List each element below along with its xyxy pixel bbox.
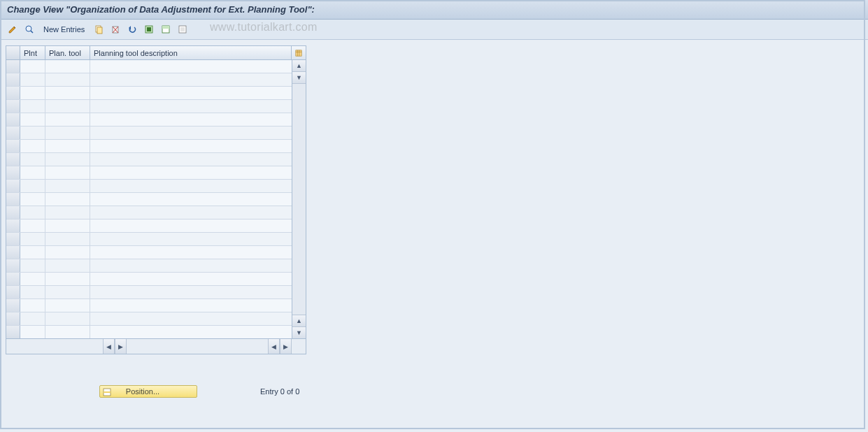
undo-icon[interactable] xyxy=(125,22,139,36)
cell-plnt[interactable] xyxy=(20,233,45,245)
row-selector[interactable] xyxy=(6,100,20,113)
toggle-change-icon[interactable] xyxy=(6,22,20,36)
scroll-down-step-icon[interactable]: ▲ xyxy=(292,315,306,326)
select-block-icon[interactable] xyxy=(159,22,173,36)
cell-description[interactable] xyxy=(90,140,292,152)
row-selector[interactable] xyxy=(6,246,20,259)
cell-plan-tool[interactable] xyxy=(45,299,90,312)
row-selector[interactable] xyxy=(6,326,20,338)
table-row[interactable] xyxy=(6,233,292,246)
details-icon[interactable] xyxy=(22,22,36,36)
cell-plnt[interactable] xyxy=(20,193,45,206)
cell-plan-tool[interactable] xyxy=(45,60,90,73)
cell-plan-tool[interactable] xyxy=(45,206,90,219)
cell-plan-tool[interactable] xyxy=(45,180,90,192)
scroll-left-step-icon[interactable]: ▶ xyxy=(115,339,127,354)
cell-description[interactable] xyxy=(90,113,292,126)
cell-description[interactable] xyxy=(90,100,292,113)
cell-plan-tool[interactable] xyxy=(45,100,90,113)
table-row[interactable] xyxy=(6,219,292,233)
cell-description[interactable] xyxy=(90,273,292,285)
cell-plnt[interactable] xyxy=(20,153,45,166)
cell-description[interactable] xyxy=(90,206,292,219)
vertical-scrollbar[interactable]: ▲ ▼ ▲ ▼ xyxy=(292,60,306,338)
cell-plan-tool[interactable] xyxy=(45,153,90,166)
cell-plan-tool[interactable] xyxy=(45,286,90,298)
cell-description[interactable] xyxy=(90,180,292,192)
cell-description[interactable] xyxy=(90,73,292,86)
cell-plnt[interactable] xyxy=(20,299,45,312)
cell-plnt[interactable] xyxy=(20,326,45,338)
cell-plan-tool[interactable] xyxy=(45,87,90,99)
cell-description[interactable] xyxy=(90,166,292,179)
scroll-left-icon[interactable]: ◀ xyxy=(103,339,115,354)
row-selector[interactable] xyxy=(6,286,20,298)
cell-description[interactable] xyxy=(90,87,292,99)
table-row[interactable] xyxy=(6,193,292,206)
row-selector[interactable] xyxy=(6,259,20,272)
row-selector[interactable] xyxy=(6,273,20,285)
cell-plan-tool[interactable] xyxy=(45,127,90,139)
table-row[interactable] xyxy=(6,273,292,286)
cell-description[interactable] xyxy=(90,219,292,232)
cell-plan-tool[interactable] xyxy=(45,73,90,86)
table-row[interactable] xyxy=(6,206,292,219)
header-select-all[interactable] xyxy=(6,46,20,59)
cell-plan-tool[interactable] xyxy=(45,246,90,259)
row-selector[interactable] xyxy=(6,193,20,206)
cell-plnt[interactable] xyxy=(20,246,45,259)
column-header-plan-tool[interactable]: Plan. tool xyxy=(45,46,90,59)
table-row[interactable] xyxy=(6,100,292,113)
position-button[interactable]: Position... xyxy=(99,385,197,398)
cell-description[interactable] xyxy=(90,60,292,73)
cell-plan-tool[interactable] xyxy=(45,312,90,325)
cell-plnt[interactable] xyxy=(20,100,45,113)
cell-plan-tool[interactable] xyxy=(45,233,90,245)
table-row[interactable] xyxy=(6,259,292,273)
table-row[interactable] xyxy=(6,127,292,140)
table-row[interactable] xyxy=(6,246,292,259)
cell-plnt[interactable] xyxy=(20,127,45,139)
table-row[interactable] xyxy=(6,166,292,180)
row-selector[interactable] xyxy=(6,73,20,86)
scroll-up-step-icon[interactable]: ▼ xyxy=(292,72,306,84)
row-selector[interactable] xyxy=(6,299,20,312)
cell-plnt[interactable] xyxy=(20,259,45,272)
delete-icon[interactable] xyxy=(108,22,122,36)
cell-description[interactable] xyxy=(90,246,292,259)
table-row[interactable] xyxy=(6,113,292,127)
cell-plan-tool[interactable] xyxy=(45,193,90,206)
scroll-right-step-icon[interactable]: ◀ xyxy=(268,339,280,354)
cell-description[interactable] xyxy=(90,326,292,338)
row-selector[interactable] xyxy=(6,140,20,152)
cell-plan-tool[interactable] xyxy=(45,326,90,338)
cell-plnt[interactable] xyxy=(20,113,45,126)
table-row[interactable] xyxy=(6,312,292,326)
scroll-down-icon[interactable]: ▼ xyxy=(292,326,306,338)
cell-plnt[interactable] xyxy=(20,87,45,99)
row-selector[interactable] xyxy=(6,206,20,219)
cell-description[interactable] xyxy=(90,153,292,166)
row-selector[interactable] xyxy=(6,219,20,232)
row-selector[interactable] xyxy=(6,166,20,179)
cell-plan-tool[interactable] xyxy=(45,166,90,179)
table-row[interactable] xyxy=(6,286,292,299)
cell-description[interactable] xyxy=(90,193,292,206)
cell-plnt[interactable] xyxy=(20,140,45,152)
cell-plnt[interactable] xyxy=(20,286,45,298)
table-row[interactable] xyxy=(6,326,292,338)
scroll-up-icon[interactable]: ▲ xyxy=(292,60,306,72)
column-header-description[interactable]: Planning tool description xyxy=(90,46,292,59)
table-row[interactable] xyxy=(6,73,292,87)
cell-plnt[interactable] xyxy=(20,312,45,325)
cell-plnt[interactable] xyxy=(20,60,45,73)
cell-description[interactable] xyxy=(90,286,292,298)
cell-plnt[interactable] xyxy=(20,73,45,86)
column-header-plnt[interactable]: Plnt xyxy=(20,46,45,59)
cell-plan-tool[interactable] xyxy=(45,140,90,152)
row-selector[interactable] xyxy=(6,113,20,126)
select-all-icon[interactable] xyxy=(142,22,156,36)
cell-description[interactable] xyxy=(90,312,292,325)
copy-icon[interactable] xyxy=(92,22,106,36)
cell-description[interactable] xyxy=(90,233,292,245)
